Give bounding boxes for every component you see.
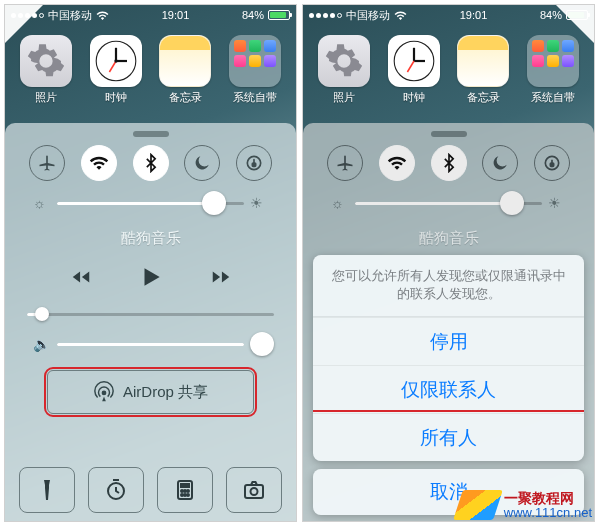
brightness-low-icon: ☼ — [33, 195, 51, 211]
status-bar: 中国移动 19:01 84% — [5, 5, 296, 25]
brightness-slider[interactable]: ☼ ☀ — [27, 191, 274, 215]
airplane-toggle[interactable] — [29, 145, 65, 181]
brightness-slider: ☼ ☀ — [325, 191, 572, 215]
app-photos[interactable]: 照片 — [18, 35, 74, 105]
signal-dots-icon — [309, 13, 342, 18]
brightness-high-icon: ☀ — [250, 195, 268, 211]
watermark-site-name: 一聚教程网 — [504, 491, 592, 506]
battery-pct: 84% — [242, 9, 264, 21]
app-folder[interactable]: 系统自带 — [525, 35, 581, 105]
app-label: 照片 — [333, 90, 355, 105]
prev-button[interactable] — [70, 266, 92, 292]
app-photos[interactable]: 照片 — [316, 35, 372, 105]
watermark-logo-icon — [453, 490, 503, 520]
carrier-label: 中国移动 — [48, 8, 92, 23]
carrier-label: 中国移动 — [346, 8, 390, 23]
screenshot-left: 中国移动 19:01 84% 照片 时钟 备忘录 — [4, 4, 297, 522]
gear-icon — [26, 41, 66, 81]
notes-icon — [159, 35, 211, 87]
rotation-lock-toggle — [534, 145, 570, 181]
svg-point-4 — [114, 59, 117, 62]
brightness-low-icon: ☼ — [331, 195, 349, 211]
home-apps-row: 照片 时钟 备忘录 系统自带 — [5, 29, 296, 107]
app-label: 时钟 — [105, 90, 127, 105]
screenshot-right: 中国移动 19:01 84% 照片 时钟 备忘录 系统自带 — [302, 4, 595, 522]
sheet-option-disable[interactable]: 停用 — [313, 317, 584, 365]
svg-point-7 — [102, 391, 105, 394]
svg-rect-17 — [245, 485, 263, 498]
app-label: 系统自带 — [233, 90, 277, 105]
airdrop-icon — [93, 381, 115, 403]
app-folder[interactable]: 系统自带 — [227, 35, 283, 105]
svg-rect-6 — [252, 163, 255, 166]
app-clock[interactable]: 时钟 — [386, 35, 442, 105]
timer-button[interactable] — [88, 467, 144, 513]
svg-point-12 — [184, 490, 186, 492]
dnd-toggle — [482, 145, 518, 181]
clock-label: 19:01 — [460, 9, 488, 21]
clockface-icon — [94, 39, 138, 83]
volume-low-icon: 🔈 — [33, 336, 51, 352]
status-bar: 中国移动 19:01 84% — [303, 5, 594, 25]
play-button[interactable] — [138, 264, 164, 294]
quick-launch-row — [19, 467, 282, 513]
control-center[interactable]: ☼ ☀ 酷狗音乐 🔈 🔊 — [5, 123, 296, 521]
wifi-icon — [96, 10, 109, 20]
rotation-lock-toggle[interactable] — [236, 145, 272, 181]
watermark-site-url: www.111cn.net — [504, 506, 592, 520]
bluetooth-toggle[interactable] — [133, 145, 169, 181]
svg-point-16 — [187, 494, 189, 496]
sheet-option-contacts[interactable]: 仅限联系人 — [313, 365, 584, 413]
grabber-handle — [431, 131, 467, 137]
app-label: 备忘录 — [467, 90, 500, 105]
airdrop-label: AirDrop 共享 — [123, 383, 208, 402]
app-notes[interactable]: 备忘录 — [157, 35, 213, 105]
svg-point-15 — [184, 494, 186, 496]
svg-rect-10 — [181, 484, 189, 487]
volume-slider[interactable]: 🔈 🔊 — [27, 332, 274, 356]
airdrop-action-sheet: 您可以允许所有人发现您或仅限通讯录中的联系人发现您。 停用 仅限联系人 所有人 … — [313, 255, 584, 516]
next-button[interactable] — [210, 266, 232, 292]
corner-decoration — [5, 5, 43, 43]
sheet-option-everyone[interactable]: 所有人 — [313, 413, 584, 461]
app-label: 备忘录 — [169, 90, 202, 105]
cc-toggles — [29, 145, 272, 181]
calculator-button[interactable] — [157, 467, 213, 513]
airdrop-button[interactable]: AirDrop 共享 — [47, 370, 254, 414]
scrub-slider[interactable] — [27, 302, 274, 326]
svg-point-18 — [251, 488, 258, 495]
home-apps-row: 照片 时钟 备忘录 系统自带 — [303, 29, 594, 107]
folder-icon — [229, 35, 281, 87]
bluetooth-toggle — [431, 145, 467, 181]
brightness-high-icon: ☀ — [548, 195, 566, 211]
app-clock[interactable]: 时钟 — [88, 35, 144, 105]
camera-button[interactable] — [226, 467, 282, 513]
app-label: 照片 — [35, 90, 57, 105]
svg-rect-24 — [550, 163, 553, 166]
sheet-message: 您可以允许所有人发现您或仅限通讯录中的联系人发现您。 — [313, 255, 584, 318]
dnd-toggle[interactable] — [184, 145, 220, 181]
grabber-handle[interactable] — [133, 131, 169, 137]
wifi-icon — [394, 10, 407, 20]
notes-icon — [457, 35, 509, 87]
media-controls — [19, 264, 282, 294]
flashlight-button[interactable] — [19, 467, 75, 513]
watermark: 一聚教程网 www.111cn.net — [458, 490, 592, 520]
now-playing-title: 酷狗音乐 — [317, 229, 580, 248]
app-label: 时钟 — [403, 90, 425, 105]
clock-label: 19:01 — [162, 9, 190, 21]
wifi-toggle[interactable] — [81, 145, 117, 181]
svg-point-14 — [181, 494, 183, 496]
clockface-icon — [392, 39, 436, 83]
app-notes[interactable]: 备忘录 — [455, 35, 511, 105]
battery-indicator: 84% — [242, 9, 290, 21]
wifi-toggle — [379, 145, 415, 181]
airplane-toggle — [327, 145, 363, 181]
app-label: 系统自带 — [531, 90, 575, 105]
corner-decoration — [556, 5, 594, 43]
gear-icon — [324, 41, 364, 81]
now-playing-title: 酷狗音乐 — [19, 229, 282, 248]
svg-point-13 — [187, 490, 189, 492]
svg-point-11 — [181, 490, 183, 492]
